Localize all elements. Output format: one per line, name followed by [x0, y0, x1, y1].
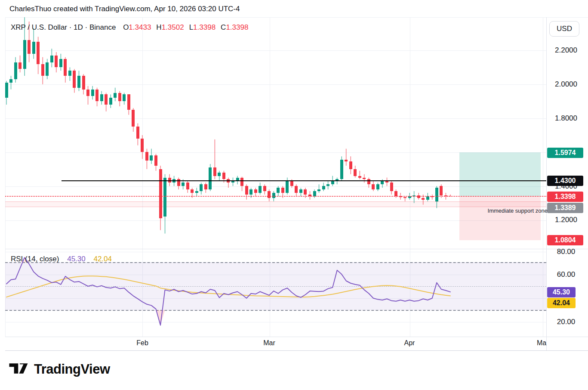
- time-label-mar[interactable]: Mar: [263, 339, 275, 347]
- price-gridline: [5, 118, 546, 119]
- candle-body: [91, 90, 94, 96]
- candle-body: [41, 64, 44, 76]
- support-band: [5, 201, 546, 207]
- candle-body: [86, 90, 89, 96]
- candle-body: [381, 181, 384, 184]
- tradingview-wordmark: TradingView: [34, 362, 110, 377]
- candle-body: [182, 183, 185, 186]
- rsi-midline: [5, 286, 546, 287]
- candle-body: [154, 155, 157, 166]
- rsi-legend: RSI (14, close) 45.30 42.04: [11, 255, 112, 263]
- candle-body: [195, 191, 198, 193]
- candle-body: [23, 40, 26, 69]
- ohlc-o-value: 1.3433: [129, 23, 151, 31]
- axis-price-label: 1.8000: [546, 114, 586, 123]
- ohlc-l-label: L: [189, 23, 193, 31]
- time-axis-separator: [5, 337, 588, 337]
- symbol-title[interactable]: XRP / U.S. Dollar · 1D · Binance: [11, 23, 116, 31]
- ohlc-l-value: 1.3398: [193, 23, 215, 31]
- candle-body: [349, 161, 352, 169]
- axis-price-badge: 1.5974: [547, 148, 583, 158]
- candle-body: [163, 178, 166, 217]
- candle-body: [390, 183, 393, 191]
- candle-body: [358, 176, 361, 178]
- rsi-legend-title[interactable]: RSI (14, close): [11, 255, 59, 263]
- resistance-target-zone: [459, 152, 541, 196]
- candle-body: [281, 188, 284, 193]
- candle-body: [304, 189, 307, 195]
- candle-body: [272, 193, 275, 198]
- axis-price-badge: 42.04: [547, 298, 576, 308]
- candle-body: [372, 184, 375, 189]
- candle-body: [222, 173, 225, 180]
- candle-body: [213, 167, 216, 176]
- candle-body: [363, 178, 366, 180]
- candle-body: [59, 59, 62, 68]
- price-gridline: [5, 50, 546, 51]
- candle-body: [118, 93, 121, 102]
- candle-body: [340, 160, 343, 179]
- rsi-gridline: [5, 322, 546, 322]
- attribution-text: CharlesThuo created with TradingView.com…: [9, 5, 240, 13]
- candle-body: [32, 42, 35, 54]
- candle-body: [82, 76, 85, 90]
- ohlc-h-label: H: [156, 23, 161, 31]
- tradingview-logo-icon[interactable]: [9, 361, 28, 378]
- rsi-oversold-line: [5, 310, 546, 311]
- candle-body: [422, 198, 425, 200]
- candle-body: [105, 94, 108, 105]
- tradingview-branding[interactable]: TradingView: [9, 361, 110, 378]
- candle-body: [159, 169, 162, 218]
- symbol-legend: XRP / U.S. Dollar · 1D · Binance O1.3433…: [11, 23, 248, 32]
- candle-body: [150, 155, 153, 161]
- ohlc-values: O1.3433H1.3502L1.3398C1.3398: [118, 23, 248, 31]
- candle-body: [204, 184, 207, 189]
- candle-body: [249, 189, 252, 195]
- support-zone-annotation: Immediate support zone: [488, 207, 548, 214]
- candle-body: [136, 127, 139, 139]
- axis-price-label: 2.2000: [546, 46, 586, 55]
- rsi-ma-value: 42.04: [93, 255, 112, 263]
- candle-body: [73, 71, 76, 87]
- candle-body: [109, 98, 112, 105]
- axis-price-badge: 1.0804: [547, 235, 583, 245]
- axis-price-badge: 1.3398: [547, 192, 583, 202]
- candle-body: [200, 184, 203, 191]
- candle-body: [28, 40, 31, 54]
- candle-body: [286, 181, 289, 193]
- candle-body: [376, 184, 379, 189]
- current-price-line: [5, 196, 546, 197]
- candle-body: [295, 186, 298, 193]
- ohlc-h-value: 1.3502: [162, 23, 184, 31]
- axis-price-label: 20.00: [546, 318, 586, 326]
- candle-body: [55, 56, 58, 68]
- rsi-value: 45.30: [67, 255, 86, 263]
- candle-body: [354, 169, 357, 176]
- axis-price-badge: 1.3389: [547, 203, 583, 213]
- candle-body: [440, 186, 443, 195]
- candle-body: [254, 189, 257, 193]
- candle-body: [299, 189, 302, 193]
- currency-toggle-button[interactable]: USD: [549, 21, 579, 37]
- candle-body: [191, 189, 194, 193]
- candle-body: [426, 196, 429, 200]
- resistance-trendline[interactable]: [62, 180, 546, 181]
- axis-price-label: 2.0000: [546, 80, 586, 89]
- ohlc-o-label: O: [123, 23, 129, 31]
- candle-body: [317, 189, 320, 191]
- candle-body: [326, 184, 329, 186]
- tradingview-chart-screenshot: CharlesThuo created with TradingView.com…: [0, 0, 588, 390]
- candle-body: [46, 62, 49, 76]
- axis-price-badge: 1.4300: [547, 176, 583, 186]
- ohlc-c-value: 1.3398: [226, 23, 248, 31]
- candle-body: [68, 71, 71, 76]
- time-label-apr[interactable]: Apr: [404, 339, 415, 347]
- candle-body: [290, 181, 293, 186]
- candle-body: [245, 186, 248, 195]
- time-label-ma[interactable]: Ma: [537, 339, 546, 347]
- candle-body: [435, 188, 438, 201]
- candle-body: [114, 93, 117, 98]
- time-label-feb[interactable]: Feb: [136, 339, 148, 347]
- rsi-oversold-fill: [6, 310, 450, 325]
- pane-separator[interactable]: [5, 249, 588, 249]
